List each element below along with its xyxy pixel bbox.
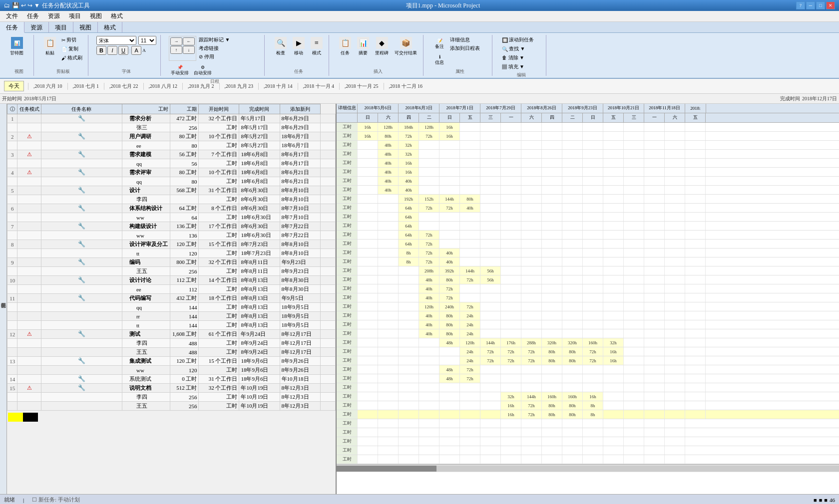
th-add[interactable]: 添加新列 [280, 104, 320, 114]
find-btn[interactable]: 🔍查找 ▼ [500, 45, 526, 53]
gantt-cell [480, 320, 501, 329]
table-row[interactable]: ww 64 工时 18年6月30日 8年7月10日 [7, 213, 336, 222]
view-normal-btn[interactable]: ■ [814, 497, 817, 503]
menu-view[interactable]: 视图 [86, 11, 106, 21]
table-row[interactable]: 9 🔧 编码 800 工时 32 个工作日 8年8月11日 年9月23日 [7, 258, 336, 267]
format-painter-btn[interactable]: 🖌格式刷 [60, 54, 84, 62]
gantt-cell [542, 275, 562, 284]
table-row[interactable]: ee 112 工时 8年8月13日 8年8月30日 [7, 285, 336, 294]
table-row[interactable]: tt 120 工时 18年7月23日 8年8月10日 [7, 249, 336, 258]
copy-btn[interactable]: 📄复制 [60, 45, 84, 53]
task-btn[interactable]: 📋 任务 [337, 36, 353, 57]
move-up-btn[interactable]: ↑ [170, 46, 182, 54]
menu-file[interactable]: 文件 [2, 11, 22, 21]
gantt-cell-empty [419, 437, 439, 446]
close-btn[interactable]: ✕ [826, 1, 835, 9]
table-row[interactable]: 1 🔧 需求分析 472 工时 32 个工作日 年5月17日 8年6月29日 [7, 114, 336, 123]
menu-format[interactable]: 格式 [107, 11, 127, 21]
cell-warn [17, 339, 41, 348]
gantt-cell [603, 141, 624, 149]
outdent-btn[interactable]: ← [183, 37, 195, 45]
table-row[interactable]: qq 144 工时 8年8月13日 18年9月5日 [7, 303, 336, 312]
font-size-select[interactable]: 11 [138, 36, 156, 45]
gantt-cell [542, 240, 562, 248]
mode-btn[interactable]: ≡ 模式 [309, 36, 325, 57]
menu-task[interactable]: 任务 [23, 11, 43, 21]
table-row[interactable]: 李四 256 工时 年10月19日 8年12月3日 [7, 393, 336, 402]
consider-link-btn[interactable]: 考虑链接 [197, 44, 231, 52]
disable-btn[interactable]: ⊘ 停用 [197, 53, 231, 61]
table-row[interactable]: rr 144 工时 8年8月13日 18年9月5日 [7, 312, 336, 321]
today-button[interactable]: 今天 [4, 81, 24, 91]
view-layout-btn[interactable]: ■ [819, 497, 823, 503]
cut-btn[interactable]: ✂剪切 [60, 36, 84, 44]
minimize-btn[interactable]: ─ [806, 1, 815, 9]
move-btn[interactable]: ▶ 移动 [291, 36, 307, 57]
table-row[interactable]: ww 136 工时 18年6月30日 8年7月22日 [7, 231, 336, 240]
table-row[interactable]: tt 144 工时 8年8月13日 18年9月5日 [7, 321, 336, 330]
table-row[interactable]: 李四 488 工时 8年9月24日 8年12月17日 [7, 339, 336, 348]
table-row[interactable]: 王五 256 工时 年10月19日 8年12月3日 [7, 402, 336, 411]
scrollbar-thumb[interactable] [337, 466, 436, 472]
gantt-cell [521, 186, 542, 194]
detail-info-btn[interactable]: 详细信息 [448, 36, 481, 44]
gantt-scrollbar[interactable] [337, 464, 839, 472]
table-row[interactable]: 8 🔧 设计评审及分工 120 工时 15 个工作日 8年7月23日 8年8月1… [7, 240, 336, 249]
gantt-chart-btn[interactable]: 📊 甘特图 [8, 36, 25, 57]
inspect-btn[interactable]: 🔍 检查 [273, 36, 289, 57]
info-btn[interactable]: ℹ信息 [431, 53, 447, 67]
add-to-calendar-btn[interactable]: 添加到日程表 [448, 44, 481, 52]
track-mark-btn[interactable]: 跟踪时标记 ▼ [197, 36, 231, 44]
table-row[interactable]: 5 🔧 设计 568 工时 31 个工作日 8年6月30日 8年8月10日 [7, 186, 336, 195]
move-down-btn[interactable]: ↓ [183, 46, 195, 54]
tab-task[interactable]: 任务 [0, 22, 24, 33]
font-family-select[interactable]: 宋体 [96, 36, 136, 45]
table-row[interactable]: 王五 256 工时 8年8月11日 8年9月23日 [7, 267, 336, 276]
milestone-btn[interactable]: ◆ 里程碑 [373, 36, 391, 57]
table-row[interactable]: 12 ⚠ 🔧 测试 1,608 工时 61 个工作日 年9月24日 8年12月1… [7, 330, 336, 339]
table-row[interactable]: 王五 488 工时 8年9月24日 8年12月17日 [7, 348, 336, 357]
paste-btn[interactable]: 📋 粘贴 [42, 36, 58, 57]
scroll-to-task-btn[interactable]: 🔲滚动到任务 [500, 36, 535, 44]
indent-btn[interactable]: → [170, 37, 182, 45]
tab-project[interactable]: 项目 [49, 22, 73, 32]
table-row[interactable]: 14 🔧 系统测试 0 工时 31 个工作日 18年9月6日 年10月18日 [7, 375, 336, 384]
table-row[interactable]: 4 ⚠ 🔧 需求评审 80 工时 10 个工作日 18年6月8日 8年6月21日 [7, 168, 336, 177]
table-row[interactable]: qq 56 工时 18年6月8日 8年6月17日 [7, 159, 336, 168]
table-row[interactable]: 张三 256 工时 8年5月17日 8年6月29日 [7, 123, 336, 132]
help-btn[interactable]: ? [796, 1, 805, 9]
menu-resource[interactable]: 资源 [44, 11, 64, 21]
clear-btn[interactable]: 🗑 清除 ▼ [500, 54, 526, 62]
view-page-btn[interactable]: ■ [824, 497, 828, 503]
gantt-cell [685, 356, 706, 365]
tab-resource[interactable]: 资源 [24, 22, 49, 32]
deliverable-btn[interactable]: 📦 可交付结果 [393, 36, 419, 57]
table-row[interactable]: 2 ⚠ 🔧 用户调研 80 工时 10 个工作日 8年5月27日 18年6月7日 [7, 132, 336, 141]
table-row[interactable]: 13 🔧 集成测试 120 工时 15 个工作日 18年9月6日 8年9月26日 [7, 357, 336, 366]
bold-btn[interactable]: B [96, 46, 106, 55]
table-row[interactable]: 7 🔧 构建级设计 136 工时 17 个工作日 8年6月30日 8年7月22日 [7, 222, 336, 231]
italic-btn[interactable]: I [107, 46, 117, 55]
manual-schedule-btn[interactable]: 📌手动安排 [169, 64, 191, 77]
maximize-btn[interactable]: □ [816, 1, 825, 9]
fill-btn[interactable]: ▦ 填充 ▼ [500, 63, 526, 71]
underline-btn[interactable]: U [118, 46, 128, 55]
table-row[interactable]: ee 80 工时 8年5月27日 18年6月7日 [7, 141, 336, 150]
table-row[interactable]: ww 120 工时 18年9月6日 8年9月26日 [7, 366, 336, 375]
table-row[interactable]: 10 🔧 设计讨论 112 工时 14 个工作日 8年8月13日 8年8月30日 [7, 276, 336, 285]
bg-color-btn[interactable]: A [131, 46, 141, 55]
table-row[interactable]: 3 ⚠ 🔧 需求建模 56 工时 7 个工作日 18年6月8日 8年6月17日 [7, 150, 336, 159]
summary-btn[interactable]: 📊 摘要 [355, 36, 371, 57]
notes-btn[interactable]: 📝备注 [431, 36, 447, 52]
table-row[interactable]: 11 🔧 代码编写 432 工时 18 个工作日 8年8月13日 年9月5日 [7, 294, 336, 303]
tab-view[interactable]: 视图 [73, 22, 98, 32]
menu-project[interactable]: 项目 [65, 11, 85, 21]
auto-schedule-btn[interactable]: ⚙自动安排 [192, 64, 214, 77]
tasks-table: ⓘ 任务模式 任务名称 工时 工期 开始时间 完成时间 添加新列 1 🔧 需求分… [7, 104, 336, 411]
table-row[interactable]: 6 🔧 体系结构设计 64 工时 8 个工作日 8年6月30日 8年7月10日 [7, 204, 336, 213]
table-row[interactable]: qq 80 工时 18年6月8日 8年6月21日 [7, 177, 336, 186]
window-controls[interactable]: ? ─ □ ✕ [796, 1, 835, 9]
table-row[interactable]: 15 ⚠ 🔧 说明文档 512 工时 32 个工作日 年10月19日 8年12月… [7, 384, 336, 393]
table-row[interactable]: 李四 工时 8年6月30日 8年8月10日 [7, 195, 336, 204]
tab-format[interactable]: 格式 [98, 22, 122, 32]
